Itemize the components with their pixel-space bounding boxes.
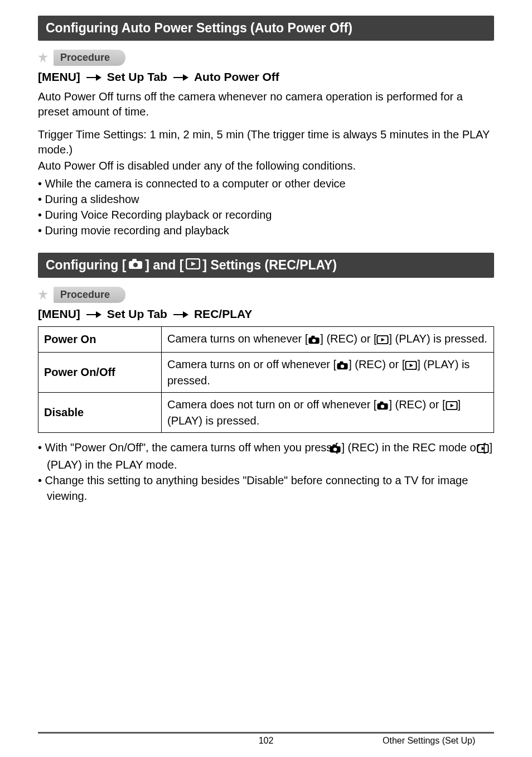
desc-text: ] (REC) or [ <box>389 398 445 411</box>
menu-path-rec-play: [MENU] Set Up Tab REC/PLAY <box>38 307 494 321</box>
svg-rect-6 <box>132 259 137 262</box>
svg-marker-2 <box>96 74 101 81</box>
svg-point-17 <box>312 339 316 342</box>
table-row: Power On Camera turns on whenever [] (RE… <box>38 326 494 352</box>
section-title: Configuring Auto Power Settings (Auto Po… <box>46 20 352 36</box>
page-number: 102 <box>259 736 274 746</box>
section-title-part: ] and [ <box>145 257 183 273</box>
svg-rect-26 <box>380 401 384 404</box>
menu-path-part: REC/PLAY <box>194 307 252 321</box>
list-item: With "Power On/Off", the camera turns of… <box>38 440 494 472</box>
section-title-part: ] Settings (REC/PLAY) <box>202 257 337 273</box>
table-row: Disable Camera does not turn on or off w… <box>38 392 494 432</box>
section-heading-auto-power-off: Configuring Auto Power Settings (Auto Po… <box>38 16 494 41</box>
arrow-right-icon <box>86 72 101 82</box>
arrow-right-icon <box>86 309 101 319</box>
svg-marker-19 <box>381 337 385 341</box>
svg-point-32 <box>333 447 337 451</box>
svg-marker-12 <box>96 311 101 318</box>
menu-path-part: Auto Power Off <box>194 70 279 84</box>
paragraph: Trigger Time Settings: 1 min, 2 min, 5 m… <box>38 127 494 157</box>
desc-text: ] (REC) or [ <box>349 358 405 370</box>
footer-section-label: Other Settings (Set Up) <box>383 736 494 746</box>
svg-rect-31 <box>333 444 336 447</box>
procedure-label-row: Procedure <box>38 50 494 66</box>
option-description: Camera turns on or off whenever [] (REC)… <box>162 352 494 392</box>
starburst-icon <box>38 52 48 62</box>
table-row: Power On/Off Camera turns on or off when… <box>38 352 494 392</box>
svg-point-7 <box>133 263 138 267</box>
desc-text: Camera turns on or off whenever [ <box>167 358 336 370</box>
play-icon <box>186 257 200 273</box>
section-heading-rec-play: Configuring [ ] and [ ] Settings (REC/PL… <box>38 253 494 278</box>
section-title-part: Configuring [ <box>46 257 126 273</box>
play-icon <box>446 399 458 413</box>
svg-marker-14 <box>183 311 188 318</box>
starburst-icon <box>38 290 48 300</box>
camera-rec-icon <box>128 257 143 273</box>
option-label: Power On <box>38 326 162 352</box>
svg-marker-24 <box>410 363 413 367</box>
play-icon <box>376 333 389 348</box>
list-item: While the camera is connected to a compu… <box>38 176 494 191</box>
list-item: During a slideshow <box>38 191 494 207</box>
desc-text: Camera turns on whenever [ <box>167 332 308 345</box>
svg-point-22 <box>341 364 344 368</box>
option-label: Power On/Off <box>38 352 162 392</box>
svg-rect-21 <box>340 361 343 364</box>
arrow-right-icon <box>173 309 188 319</box>
bullet-list: While the camera is connected to a compu… <box>38 176 494 238</box>
desc-text: Camera does not turn on or off whenever … <box>167 398 376 411</box>
svg-marker-10 <box>38 290 48 300</box>
option-label: Disable <box>38 392 162 432</box>
svg-marker-29 <box>450 403 453 407</box>
bullet-list: With "Power On/Off", the camera turns of… <box>38 440 494 504</box>
menu-path-auto-power-off: [MENU] Set Up Tab Auto Power Off <box>38 70 494 84</box>
svg-rect-16 <box>312 335 315 338</box>
footer-divider <box>38 732 494 734</box>
page-footer: 102 Other Settings (Set Up) <box>38 732 494 746</box>
camera-rec-icon <box>308 333 320 348</box>
menu-path-part: Set Up Tab <box>107 70 167 84</box>
svg-marker-0 <box>38 52 48 62</box>
svg-marker-4 <box>183 74 188 81</box>
options-table: Power On Camera turns on whenever [] (RE… <box>38 326 494 433</box>
svg-marker-9 <box>191 262 196 266</box>
procedure-pill: Procedure <box>54 50 125 66</box>
camera-rec-icon <box>376 399 389 413</box>
list-item: During movie recording and playback <box>38 223 494 238</box>
bullet-text: ] (REC) in the REC mode or [ <box>341 441 486 454</box>
play-icon <box>405 359 417 373</box>
menu-path-part: [MENU] <box>38 70 80 84</box>
bullet-text: With "Power On/Off", the camera turns of… <box>45 441 338 454</box>
procedure-pill: Procedure <box>54 287 125 303</box>
menu-path-part: Set Up Tab <box>107 307 167 321</box>
svg-point-27 <box>381 404 384 408</box>
menu-path-part: [MENU] <box>38 307 80 321</box>
list-item: During Voice Recording playback or recor… <box>38 207 494 223</box>
camera-rec-icon <box>336 359 349 373</box>
option-description: Camera does not turn on or off whenever … <box>162 392 494 432</box>
svg-marker-34 <box>482 446 485 450</box>
paragraph: Auto Power Off turns off the camera when… <box>38 89 494 119</box>
desc-text: ] (PLAY) is pressed. <box>389 332 487 345</box>
option-description: Camera turns on whenever [] (REC) or [] … <box>162 326 494 352</box>
paragraph: Auto Power Off is disabled under any of … <box>38 158 494 173</box>
procedure-label-row: Procedure <box>38 287 494 303</box>
desc-text: ] (REC) or [ <box>320 332 376 345</box>
arrow-right-icon <box>173 72 188 82</box>
list-item: Change this setting to anything besides … <box>38 472 494 504</box>
